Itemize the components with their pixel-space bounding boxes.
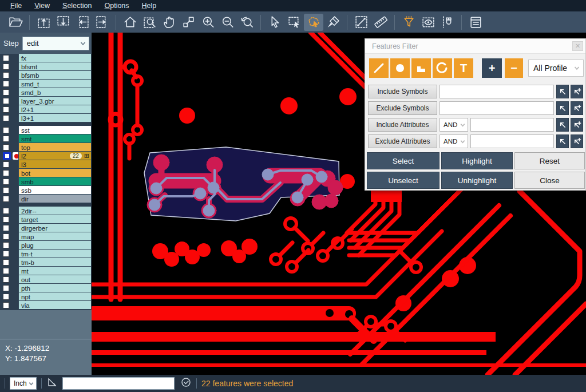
layer-checkbox[interactable] [3,259,9,266]
layer-label[interactable]: via [18,301,92,310]
layer-checkbox[interactable] [3,55,9,61]
layer-checkbox[interactable] [3,302,9,308]
layer-checkbox[interactable] [3,225,9,231]
exclude-attributes-operator[interactable]: AND [440,134,468,148]
layer-row[interactable]: smd_t [0,80,92,88]
layer-row[interactable]: bfsmt [0,62,92,71]
layer-checkbox[interactable] [3,196,9,202]
select-button[interactable]: Select [367,152,440,169]
pan-hand-button[interactable] [159,14,179,31]
dialog-close-button[interactable]: ✕ [572,41,583,51]
unselect-button[interactable]: Unselect [367,172,440,189]
layer-label[interactable]: l3 [18,160,92,169]
pick-add-attribute-button[interactable] [571,134,583,148]
layer-row[interactable]: plug [0,241,92,250]
menu-view[interactable]: View [29,1,56,11]
layer-checkbox[interactable] [3,106,9,113]
layer-row[interactable]: tm-b [0,258,92,267]
select-cursor-button[interactable] [265,14,284,31]
zoom-out-button[interactable] [217,14,237,31]
layer-checkbox-checked[interactable] [3,152,11,160]
layer-row[interactable]: pth [0,284,92,292]
layer-label[interactable]: tm-t [18,250,92,258]
layer-row[interactable]: npt [0,292,92,301]
layer-row[interactable]: tm-t [0,250,92,258]
layer-checkbox[interactable] [3,72,9,78]
refresh-button[interactable] [180,377,192,390]
layer-checkbox[interactable] [3,216,9,223]
pick-attribute-button[interactable] [556,134,569,148]
zoom-object-button[interactable] [179,14,198,31]
layer-checkbox[interactable] [3,179,9,185]
exclude-attributes-button[interactable]: Exclude Attributes [368,134,437,148]
include-symbols-input[interactable] [440,85,554,98]
layer-label[interactable]: dirgerber [18,224,92,232]
zoom-in-button[interactable] [198,14,217,31]
exclude-symbols-button[interactable]: Exclude Symbols [368,101,437,115]
layer-row[interactable]: dir [0,195,92,203]
layer-label[interactable]: map [18,232,92,241]
layer-label[interactable]: plug [18,241,92,250]
layer-row[interactable]: smb [0,177,92,186]
layer-row[interactable]: 2dir-- [0,207,92,215]
view-options-button[interactable] [418,14,438,31]
layer-row[interactable]: layer_3.gbr [0,97,92,105]
filter-line-button[interactable] [369,58,389,78]
layer-row[interactable]: map [0,232,92,241]
unhighlight-button[interactable]: Unhighlight [441,172,513,189]
layer-label[interactable]: mt [18,267,92,275]
layer-row[interactable]: l2+1 [0,105,92,114]
pick-symbol-button[interactable] [556,101,569,115]
measure-ruler-button[interactable] [371,14,390,31]
include-attributes-input[interactable] [470,118,554,132]
layer-label[interactable]: tm-b [18,258,92,267]
feature-info-button[interactable] [466,14,485,31]
home-view-button[interactable] [120,14,140,31]
units-dropdown[interactable]: Inch [10,377,37,390]
layer-row[interactable]: ssb [0,186,92,195]
layer-row[interactable]: bot [0,169,92,177]
layer-row[interactable]: bfsmb [0,71,92,80]
profile-dropdown[interactable]: All Profile [528,60,584,77]
filter-text-button[interactable]: T [454,58,473,78]
layer-label[interactable]: l3+1 [18,114,92,122]
exclude-attributes-input[interactable] [470,134,554,148]
layer-label[interactable]: 2dir-- [18,207,92,215]
menu-help[interactable]: Help [136,1,163,11]
include-attributes-button[interactable]: Include Attributes [368,118,437,132]
layer-label[interactable]: bot [18,169,92,177]
layer-checkbox[interactable] [3,144,9,151]
layer-row[interactable]: top [0,143,92,152]
pan-up-button[interactable] [34,14,53,31]
layer-checkbox[interactable] [3,208,9,214]
layer-label[interactable]: bfsmb [18,71,92,80]
features-filter-button[interactable] [399,14,418,31]
layer-row[interactable]: target [0,215,92,224]
snap-magnet-button[interactable] [438,14,457,31]
layer-checkbox[interactable] [3,64,9,70]
layer-checkbox[interactable] [3,276,9,283]
include-symbols-button[interactable]: Include Symbols [368,85,437,98]
command-input[interactable] [62,377,175,390]
layer-checkbox[interactable] [3,242,9,248]
layer-checkbox[interactable] [3,81,9,87]
pick-add-symbol-button[interactable] [571,85,583,98]
layer-checkbox[interactable] [3,98,9,104]
layer-label[interactable]: l2+1 [18,105,92,114]
layer-label[interactable]: out [18,275,92,284]
angle-measure-button[interactable] [46,377,58,390]
layer-checkbox[interactable] [3,294,9,300]
layer-checkbox[interactable] [3,136,9,142]
layer-label[interactable]: bfsmt [18,62,92,71]
layer-row[interactable]: dirgerber [0,224,92,232]
pick-symbol-button[interactable] [556,85,569,98]
layer-label[interactable]: fx [18,54,92,62]
pan-left-button[interactable] [73,14,92,31]
zoom-previous-button[interactable] [237,14,256,31]
layer-label[interactable]: dir [18,195,92,203]
layer-row[interactable]: l3 [0,160,92,169]
filter-surface-button[interactable] [411,58,431,78]
layer-checkbox[interactable] [3,251,9,257]
layer-row[interactable]: out [0,275,92,284]
step-dropdown[interactable]: edit [22,37,89,50]
